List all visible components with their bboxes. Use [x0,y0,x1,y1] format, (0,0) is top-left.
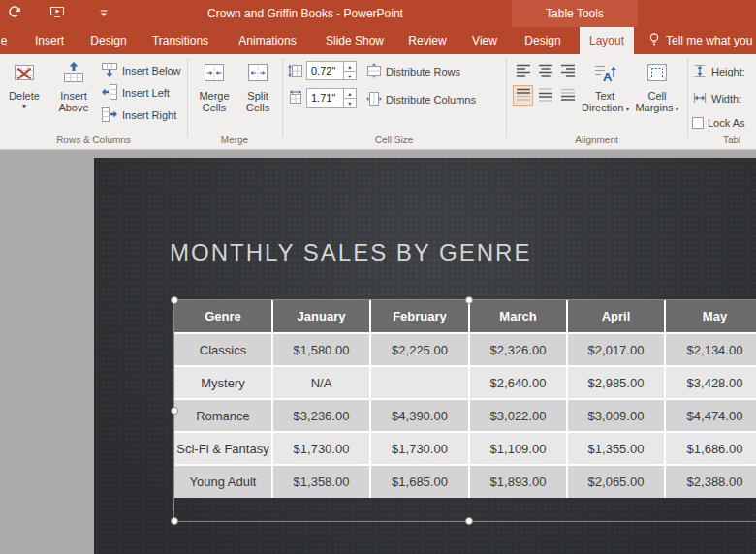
selection-handle-top-left[interactable] [171,296,178,304]
table-header-cell[interactable]: Genre [174,300,272,333]
table-cell[interactable]: $4,474.00 [665,399,756,432]
table-cell[interactable]: $2,388.00 [665,465,756,498]
align-left-button[interactable] [513,60,533,80]
spinner-up-icon[interactable]: ▴ [344,62,356,72]
table-header-cell[interactable]: January [272,300,370,333]
table-cell[interactable]: $3,022.00 [469,399,567,432]
tab-view[interactable]: View [461,27,508,54]
tab-animations[interactable]: Animations [233,27,302,54]
slide-title[interactable]: MONTHLY SALES BY GENRE [170,239,531,266]
slide-canvas[interactable]: MONTHLY SALES BY GENRE Genre January Feb… [94,158,756,554]
tab-transitions[interactable]: Transitions [145,27,215,54]
align-top-button[interactable] [513,85,533,106]
table-cell[interactable]: $1,893.00 [469,465,567,498]
table-cell[interactable]: Sci-Fi & Fantasy [174,432,272,465]
text-direction-label-2: Direction [582,102,623,113]
table-header-cell[interactable]: March [469,300,567,333]
delete-button[interactable]: Delete ▾ [2,56,47,111]
table-cell[interactable]: $1,730.00 [272,432,370,465]
tab-insert[interactable]: Insert [26,27,73,54]
selection-handle-middle-left[interactable] [171,407,178,415]
insert-right-button[interactable]: Insert Right [101,105,176,126]
tab-table-tools-design[interactable]: Design [520,27,566,54]
cell-margins-button[interactable]: Cell Margins▾ [632,56,682,115]
customize-qat-button[interactable] [89,0,118,27]
table-cell[interactable] [370,366,469,399]
group-divider [506,58,507,138]
customize-qat-icon [99,5,109,22]
table-cell[interactable]: $2,134.00 [665,333,756,366]
lock-aspect-label: Lock As [708,117,745,129]
table-cell[interactable]: $2,065.00 [567,465,665,498]
selection-handle-bottom-left[interactable] [171,517,178,525]
table-cell[interactable]: $2,225.00 [370,333,469,366]
table-cell[interactable]: $1,358.00 [272,465,370,498]
row-height-value[interactable]: 0.72" [311,62,335,79]
distribute-rows-button[interactable]: Distribute Rows [366,61,460,82]
merge-cells-button[interactable]: Merge Cells [193,56,236,113]
table-cell[interactable]: Classics [174,333,272,366]
spinner-down-icon[interactable]: ▾ [344,99,356,108]
slide-table[interactable]: Genre January February March April May C… [174,300,756,498]
table-cell[interactable]: $3,428.00 [665,366,756,399]
align-right-button[interactable] [557,60,578,80]
distribute-columns-label: Distribute Columns [386,94,476,106]
align-right-icon [559,61,577,80]
table-cell[interactable]: $1,109.00 [469,432,567,465]
table-cell[interactable]: $1,580.00 [272,333,370,366]
column-width-spinners: ▴ ▾ [343,89,356,107]
table-cell[interactable]: $4,390.00 [370,399,469,432]
table-cell[interactable]: $3,236.00 [272,399,370,432]
table-cell[interactable]: $1,355.00 [567,432,665,465]
table-cell[interactable]: Romance [174,399,272,432]
split-cells-button[interactable]: Split Cells [237,56,278,113]
center-vertically-button[interactable] [535,85,555,106]
table-cell[interactable]: $1,686.00 [665,432,756,465]
caret-down-icon: ▾ [2,102,47,111]
align-bottom-button[interactable] [557,85,578,106]
start-slideshow-button[interactable] [43,0,72,27]
table-cell[interactable]: $2,985.00 [567,366,665,399]
table-cell[interactable]: N/A [272,366,370,399]
row-height-icon [288,63,303,80]
table-cell[interactable]: $1,730.00 [370,432,469,465]
table-header-cell[interactable]: May [665,300,756,333]
column-width-field[interactable]: 1.71" ▴ ▾ [306,88,357,108]
spinner-up-icon[interactable]: ▴ [344,89,356,99]
table-header-cell[interactable]: February [370,300,469,333]
merge-group-label: Merge [187,135,282,146]
table-cell[interactable]: Mystery [174,366,272,399]
table-cell[interactable]: $3,009.00 [567,399,665,432]
insert-above-button[interactable]: Insert Above [50,56,97,113]
table-cell[interactable]: $2,326.00 [469,333,567,366]
table-cell[interactable]: $2,017.00 [567,333,665,366]
tab-review[interactable]: Review [401,27,454,54]
table-cell[interactable]: $2,640.00 [469,366,567,399]
insert-right-label: Insert Right [122,109,176,121]
insert-below-button[interactable]: Insert Below [101,60,181,81]
row-height-field[interactable]: 0.72" ▴ ▾ [306,61,357,80]
tab-file-partial[interactable]: e [0,27,10,54]
lock-aspect-ratio-checkbox[interactable]: Lock As [692,112,745,134]
distribute-columns-button[interactable]: Distribute Columns [366,89,476,110]
split-cells-label-1: Split [237,90,278,102]
tell-me-box[interactable]: Tell me what you [647,27,752,54]
spinner-down-icon[interactable]: ▾ [344,72,356,80]
checkbox-icon[interactable] [692,117,704,129]
tab-table-tools-layout[interactable]: Layout [580,27,634,54]
selection-handle-top-center[interactable] [465,296,473,304]
align-center-button[interactable] [535,60,555,80]
tab-design[interactable]: Design [85,27,132,54]
table-cell[interactable]: $1,685.00 [370,465,469,498]
tab-slide-show[interactable]: Slide Show [320,27,390,54]
column-width-value[interactable]: 1.71" [311,89,335,107]
selection-handle-bottom-center[interactable] [465,517,473,525]
text-direction-label-1: Text [582,90,628,102]
text-direction-button[interactable]: A Text Direction▾ [582,56,628,115]
table-header-row: Genre January February March April May [174,300,756,333]
table-cell[interactable]: Young Adult [174,465,272,498]
table-header-cell[interactable]: April [567,300,665,333]
column-width-icon [288,90,303,108]
insert-left-button[interactable]: Insert Left [101,82,170,104]
redo-button[interactable] [0,0,29,27]
